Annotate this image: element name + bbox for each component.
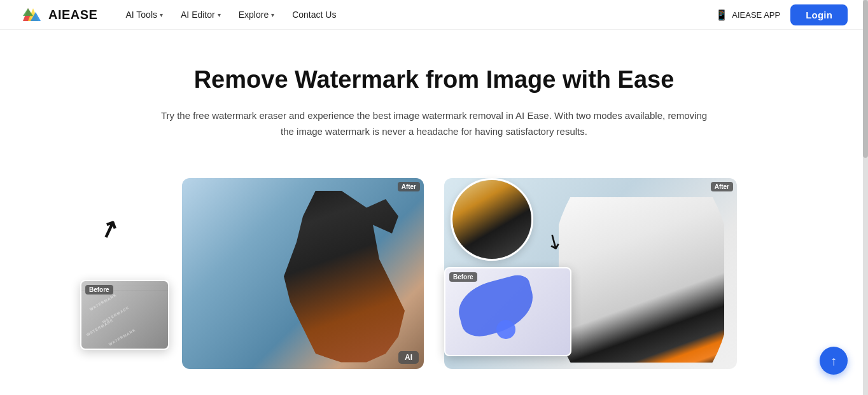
hero-subtitle: Try the free watermark eraser and experi… (160, 107, 708, 140)
watermark-text-2: WATERMARK (102, 305, 130, 324)
app-link[interactable]: 📱 AIEASE APP (715, 9, 780, 21)
watermark-text-4: WATERMARK (108, 328, 137, 346)
after-label-swan: After (711, 182, 733, 191)
phone-icon: 📱 (715, 9, 728, 21)
dog-main-image: After AI (182, 178, 424, 369)
nav-right: 📱 AIEASE APP Login (715, 4, 848, 25)
after-label-dog: After (398, 182, 420, 191)
chevron-down-icon: ▾ (218, 11, 221, 18)
nav-item-explore[interactable]: Explore ▾ (231, 6, 282, 24)
arrow-icon: ↗ (95, 214, 123, 246)
ai-badge: AI (398, 351, 419, 364)
watermark-text-3: WATERMARK (86, 318, 115, 336)
nav-item-ai-tools[interactable]: AI Tools ▾ (118, 6, 171, 24)
scroll-thumb[interactable] (863, 0, 868, 158)
nav-item-contact-us[interactable]: Contact Us (284, 6, 344, 24)
swan-circle-inset (451, 178, 533, 261)
demo-card-left: ↗ Before WATERMARK WATERMARK WATERMARK W… (118, 178, 424, 369)
logo-icon (20, 3, 43, 26)
demo-card-right: After ↘ Before (444, 178, 750, 369)
hero-section: Remove Watermark from Image with Ease Tr… (0, 30, 868, 178)
logo[interactable]: AIEASE (20, 3, 97, 26)
login-button[interactable]: Login (790, 4, 848, 25)
before-label-swan: Before (449, 272, 477, 282)
scrollbar[interactable] (863, 0, 868, 369)
nav-item-ai-editor[interactable]: AI Editor ▾ (173, 6, 228, 24)
chevron-down-icon: ▾ (160, 11, 163, 18)
nav-links: AI Tools ▾ AI Editor ▾ Explore ▾ Contact… (118, 6, 715, 24)
before-thumbnail-dog: Before WATERMARK WATERMARK WATERMARK WAT… (80, 280, 169, 350)
demo-area: ↗ Before WATERMARK WATERMARK WATERMARK W… (0, 178, 868, 369)
before-label-dog: Before (85, 285, 113, 295)
navbar: AIEASE AI Tools ▾ AI Editor ▾ Explore ▾ … (0, 0, 868, 30)
brand-name: AIEASE (48, 8, 97, 22)
hero-title: Remove Watermark from Image with Ease (25, 66, 843, 95)
chevron-up-icon: ↑ (830, 354, 837, 368)
chevron-down-icon: ▾ (271, 11, 274, 18)
before-thumbnail-swan: Before (444, 267, 571, 356)
watermark-text-1: WATERMARK (89, 293, 118, 311)
